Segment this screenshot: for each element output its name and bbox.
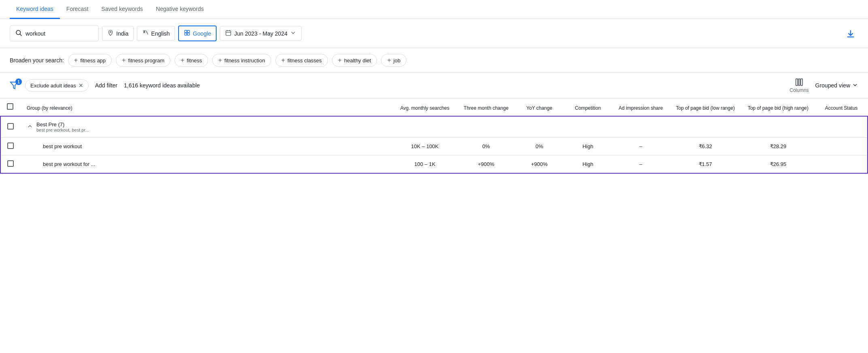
svg-rect-4 — [187, 30, 189, 32]
tab-negative-keywords[interactable]: Negative keywords — [149, 0, 210, 19]
keyword-bid-low-1: ₹1.57 — [669, 155, 741, 174]
header-three-month[interactable]: Three month change — [457, 98, 515, 116]
keyword-status-1 — [815, 155, 868, 174]
header-yoy[interactable]: YoY change — [515, 98, 564, 116]
broaden-label: Broaden your search: — [10, 57, 64, 64]
keyword-imp-1: – — [612, 155, 669, 174]
keyword-avg-1: 100 – 1K — [392, 155, 457, 174]
group-header-cell: Best Pre (7) best pre workout, best pr..… — [27, 121, 861, 132]
svg-rect-15 — [801, 79, 803, 86]
grouped-view-label: Grouped view — [815, 82, 850, 89]
plus-icon-6: + — [387, 57, 391, 64]
plus-icon-2: + — [181, 57, 184, 64]
broaden-chip-label-0: fitness app — [80, 57, 106, 64]
keyword-yoy-1: +900% — [515, 155, 564, 174]
keyword-bid-low-0: ₹6.32 — [669, 138, 741, 155]
plus-icon-3: + — [218, 57, 222, 64]
header-competition[interactable]: Competition — [564, 98, 612, 116]
keyword-checkbox-cell-0 — [0, 138, 20, 155]
add-filter-label: Add filter — [95, 82, 117, 89]
right-controls: Columns Grouped view — [789, 78, 858, 93]
columns-label: Columns — [789, 87, 808, 93]
translate-icon — [142, 30, 149, 37]
header-ad-impression[interactable]: Ad impression share — [612, 98, 669, 116]
broaden-chip-label-6: job — [394, 57, 400, 64]
keyword-label-1: best pre workout for ... — [20, 155, 392, 174]
broaden-chip-1[interactable]: + fitness program — [116, 54, 170, 67]
broaden-chip-2[interactable]: + fitness — [174, 54, 208, 67]
svg-point-2 — [110, 31, 111, 32]
broaden-chip-3[interactable]: + fitness instruction — [212, 54, 271, 67]
keyword-imp-0: – — [612, 138, 669, 155]
broaden-chip-6[interactable]: + job — [381, 54, 406, 67]
language-label: English — [151, 30, 170, 37]
date-range-label: Jun 2023 - May 2024 — [234, 30, 287, 37]
grouped-view-button[interactable]: Grouped view — [815, 82, 858, 89]
table-header-row: Group (by relevance) Avg. monthly search… — [0, 98, 868, 116]
location-icon — [107, 30, 114, 37]
group-header-row: Best Pre (7) best pre workout, best pr..… — [0, 116, 868, 138]
broaden-chip-label-5: healthy diet — [344, 57, 371, 64]
search-box[interactable]: workout — [10, 26, 99, 41]
keyword-checkbox-cell-1 — [0, 155, 20, 174]
broaden-chip-0[interactable]: + fitness app — [68, 54, 112, 67]
broaden-search-section: Broaden your search: + fitness app + fit… — [0, 48, 868, 73]
svg-rect-3 — [185, 30, 187, 32]
broaden-chip-5[interactable]: + healthy diet — [332, 54, 377, 67]
calendar-icon — [225, 30, 232, 37]
group-checkbox[interactable] — [7, 123, 14, 130]
header-bid-high[interactable]: Top of page bid (high range) — [741, 98, 815, 116]
collapse-icon[interactable] — [27, 123, 33, 131]
keyword-status-0 — [815, 138, 868, 155]
network-label: Google — [193, 30, 211, 37]
svg-rect-13 — [796, 79, 798, 86]
download-button[interactable] — [843, 26, 858, 41]
plus-icon-4: + — [281, 57, 285, 64]
header-account-status[interactable]: Account Status — [815, 98, 868, 116]
keyword-label-0: best pre workout — [20, 138, 392, 155]
keyword-checkbox-1[interactable] — [7, 160, 14, 167]
keyword-row-1: best pre workout for ... 100 – 1K +900% … — [0, 155, 868, 174]
group-header-content-cell: Best Pre (7) best pre workout, best pr..… — [20, 116, 868, 138]
filter-bar: 1 Exclude adult ideas ✕ Add filter 1,616… — [0, 73, 868, 98]
header-group[interactable]: Group (by relevance) — [20, 98, 392, 116]
group-sub: best pre workout, best pr... — [36, 128, 89, 132]
search-term: workout — [26, 30, 45, 37]
chevron-down-icon — [290, 30, 296, 37]
tab-saved-keywords[interactable]: Saved keywords — [95, 0, 149, 19]
chevron-down-grouped-icon — [852, 82, 858, 89]
location-filter[interactable]: India — [102, 26, 134, 41]
network-icon — [184, 30, 190, 37]
tab-keyword-ideas[interactable]: Keyword ideas — [10, 0, 60, 19]
broaden-chip-label-3: fitness instruction — [224, 57, 265, 64]
header-avg-monthly[interactable]: Avg. monthly searches — [392, 98, 457, 116]
columns-button[interactable]: Columns — [789, 78, 808, 93]
search-icon — [15, 29, 22, 38]
date-range-filter[interactable]: Jun 2023 - May 2024 — [220, 26, 302, 41]
broaden-chip-label-4: fitness classes — [287, 57, 322, 64]
remove-filter-button[interactable]: ✕ — [79, 82, 83, 89]
header-bid-low[interactable]: Top of page bid (low range) — [669, 98, 741, 116]
svg-point-0 — [16, 30, 21, 35]
group-header-checkbox-cell — [0, 116, 20, 138]
add-filter-button[interactable]: Add filter — [95, 82, 117, 89]
keyword-avg-0: 10K – 100K — [392, 138, 457, 155]
svg-rect-14 — [798, 79, 800, 86]
keyword-yoy-0: 0% — [515, 138, 564, 155]
tabs-bar: Keyword ideas Forecast Saved keywords Ne… — [0, 0, 868, 19]
keyword-checkbox-0[interactable] — [7, 142, 14, 149]
broaden-chip-4[interactable]: + fitness classes — [275, 54, 328, 67]
keyword-comp-0: High — [564, 138, 612, 155]
tab-forecast[interactable]: Forecast — [60, 0, 95, 19]
plus-icon-1: + — [122, 57, 126, 64]
plus-icon-5: + — [338, 57, 342, 64]
svg-rect-5 — [185, 33, 187, 35]
network-filter[interactable]: Google — [178, 26, 217, 41]
select-all-checkbox[interactable] — [7, 103, 13, 110]
svg-rect-6 — [187, 33, 189, 35]
filter-icon-wrapper[interactable]: 1 — [10, 81, 19, 90]
language-filter[interactable]: English — [137, 26, 175, 41]
keyword-bid-high-0: ₹28.29 — [741, 138, 815, 155]
keyword-bid-high-1: ₹26.95 — [741, 155, 815, 174]
svg-line-1 — [20, 34, 21, 36]
